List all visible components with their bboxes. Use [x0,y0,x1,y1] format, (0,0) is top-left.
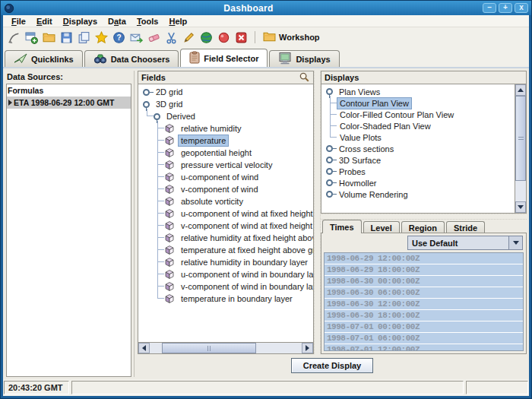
tree-row[interactable]: 2D grid [138,86,313,98]
tab-quicklinks[interactable]: Quicklinks [5,50,83,67]
tree-row[interactable]: Value Plots [321,131,515,143]
tree-row[interactable]: relative humidity in boundary layer [138,256,313,268]
menu-displays[interactable]: Displays [58,17,103,26]
tree-row[interactable]: Hovmoller [321,177,515,188]
menu-file[interactable]: File [6,17,31,26]
tree-node-label[interactable]: v-component of wind in boundary laye [178,280,313,293]
tree-row[interactable]: relative humidity [138,122,313,135]
tree-row[interactable]: Color-Filled Contour Plan View [321,109,515,120]
close-window-button[interactable]: x [515,3,528,13]
title-bar[interactable]: Dashboard – + x [1,1,531,15]
tree-node-label[interactable]: u-component of wind at fixed height ab [178,207,313,220]
tree-node-label[interactable]: Volume Rendering [336,188,411,201]
tree-row[interactable]: Cross sections [321,143,515,154]
tab-field-selector[interactable]: Field Selector [180,49,268,67]
tree-row[interactable]: u-component of wind [138,171,313,183]
displays-vertical-scrollbar[interactable] [515,84,526,213]
save-button[interactable] [58,30,75,46]
expand-handle-icon[interactable] [326,179,333,186]
tree-row[interactable]: pressure vertical velocity [138,159,313,171]
tree-row[interactable]: Color-Shaded Plan View [321,120,515,131]
tree-row[interactable]: u-component of wind at fixed height ab [138,207,313,220]
minimize-button[interactable]: – [483,3,496,13]
vertical-splitter[interactable] [314,71,321,354]
data-source-item[interactable]: Formulas [7,84,131,97]
tree-node-label[interactable]: temperature [178,135,229,147]
tree-node-label[interactable]: geopotential height [178,147,255,159]
collapse-handle-icon[interactable] [154,113,160,120]
time-list-item[interactable]: 1998-07-01 00:00:00Z [325,321,523,333]
time-list-item[interactable]: 1998-06-30 18:00:00Z [325,310,523,321]
tree-row[interactable]: Plan Views [321,86,515,97]
create-display-button[interactable]: Create Display [291,358,373,373]
tab-displays[interactable]: Displays [269,50,339,67]
tree-node-label[interactable]: u-component of wind in boundary laye [178,268,313,280]
tree-row[interactable]: Contour Plan View [321,97,515,109]
tree-node-label[interactable]: absolute vorticity [178,195,246,207]
menu-help[interactable]: Help [163,17,192,26]
tree-row[interactable]: temperature [138,135,313,147]
support-button[interactable] [128,30,145,46]
tree-node-label[interactable]: temperature in boundary layer [178,293,296,305]
horizontal-splitter[interactable] [321,214,527,220]
expand-handle-icon[interactable] [326,145,333,152]
expand-handle-icon[interactable] [326,168,333,175]
tree-node-label[interactable]: relative humidity at fixed height above [178,232,313,244]
menu-tools[interactable]: Tools [131,17,164,26]
tree-node-label[interactable]: Color-Filled Contour Plan View [337,109,457,121]
time-list-item[interactable]: 1998-06-30 00:00:00Z [325,276,523,287]
tree-row[interactable]: 3D grid [138,98,313,110]
times-list[interactable]: 1998-06-29 12:00:00Z1998-06-29 18:00:00Z… [324,252,524,351]
tree-row[interactable]: v-component of wind [138,183,313,195]
tree-node-label[interactable]: 2D grid [153,86,185,98]
time-list-item[interactable]: 1998-06-30 12:00:00Z [325,299,523,310]
tree-row[interactable]: Volume Rendering [321,188,515,200]
tree-node-label[interactable]: temperature at fixed height above grou [178,244,313,256]
edit-button[interactable] [180,30,198,46]
tree-node-label[interactable]: Color-Shaded Plan View [337,120,434,132]
menu-data[interactable]: Data [103,17,131,26]
tree-node-label[interactable]: relative humidity [178,122,244,135]
help-button[interactable]: ? [110,30,128,46]
tree-node-label[interactable]: Value Plots [337,131,385,144]
tree-row[interactable]: geopotential height [138,147,313,159]
scroll-right-button[interactable] [302,343,313,353]
tree-row[interactable]: v-component of wind in boundary laye [138,280,313,293]
menu-edit[interactable]: Edit [31,17,58,26]
tree-node-label[interactable]: Cross sections [336,143,397,155]
time-list-item[interactable]: 1998-07-01 06:00:00Z [325,333,523,344]
subset-tab-stride[interactable]: Stride [446,221,485,233]
tree-node-label[interactable]: Hovmoller [336,177,380,189]
tree-row[interactable]: relative humidity at fixed height above [138,232,313,244]
expand-handle-icon[interactable] [326,191,333,198]
tree-node-label[interactable]: Derived [163,110,198,122]
open-button[interactable] [40,30,58,46]
new-window-button[interactable] [23,30,40,46]
tree-row[interactable]: temperature in boundary layer [138,293,313,305]
scroll-up-button[interactable] [515,84,526,96]
scroll-left-button[interactable] [138,343,150,353]
scroll-down-button[interactable] [515,201,526,213]
collapse-handle-icon[interactable] [143,101,150,108]
tree-node-label[interactable]: 3D grid [153,98,185,110]
scroll-track[interactable] [515,181,526,201]
tree-row[interactable]: Derived [138,110,313,122]
tree-row[interactable]: 3D Surface [321,154,515,166]
sketch-button[interactable] [5,30,23,46]
tree-row[interactable]: v-component of wind at fixed height ab [138,220,313,232]
tree-node-label[interactable]: Contour Plan View [337,97,412,109]
tree-row[interactable]: absolute vorticity [138,195,313,207]
tree-node-label[interactable]: Probes [336,166,369,178]
subset-tab-level[interactable]: Level [363,221,400,233]
data-sources-list[interactable]: FormulasETA 1998-06-29 12:00 GMT [6,84,131,377]
expand-handle-icon[interactable] [326,157,333,163]
time-list-item[interactable]: 1998-07-01 12:00:00Z [325,344,523,351]
data-source-item[interactable]: ETA 1998-06-29 12:00 GMT [7,97,131,109]
cut-button[interactable] [163,30,180,46]
scroll-track[interactable] [150,343,302,353]
tree-node-label[interactable]: relative humidity in boundary layer [178,256,311,268]
tree-node-label[interactable]: v-component of wind [178,183,261,195]
expand-handle-icon[interactable] [143,89,150,96]
tree-node-label[interactable]: v-component of wind at fixed height ab [178,220,313,232]
close-button[interactable] [233,30,250,46]
